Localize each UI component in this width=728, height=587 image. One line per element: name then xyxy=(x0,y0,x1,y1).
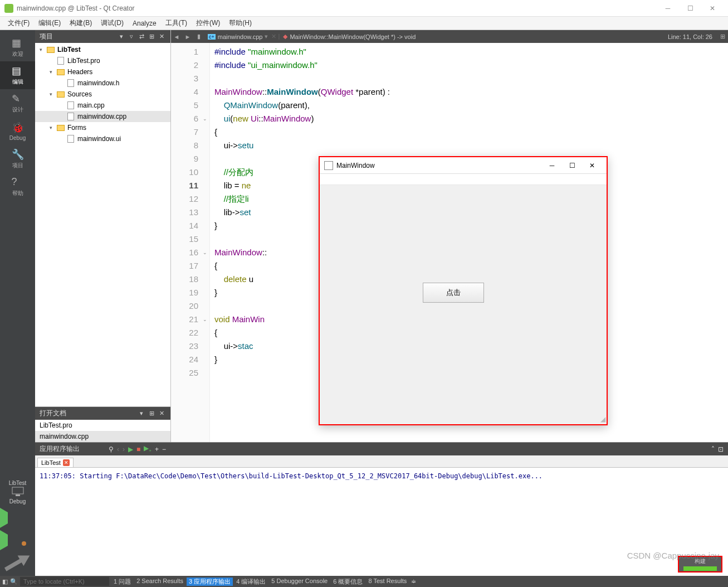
panes-dropdown-icon[interactable]: ≑ xyxy=(411,578,416,585)
tree-node[interactable]: mainwindow.ui xyxy=(35,133,170,144)
status-pane[interactable]: 1 问题 xyxy=(111,578,133,586)
mode-帮助[interactable]: ?帮助 xyxy=(0,173,35,201)
status-pane[interactable]: 6 概要信息 xyxy=(331,578,365,586)
opendoc-item[interactable]: LibTest.pro xyxy=(35,420,170,431)
menu-analyze[interactable]: Analyze xyxy=(128,20,161,27)
file-icon xyxy=(67,79,74,87)
minimize-button[interactable]: ─ xyxy=(657,0,679,17)
split-editor-icon[interactable]: ⊞ xyxy=(717,31,728,42)
tree-node[interactable]: LibTest.pro xyxy=(35,55,170,66)
menu-构建[interactable]: 构建(B) xyxy=(65,18,96,28)
file-icon xyxy=(67,101,74,109)
prev-icon[interactable]: ‹ xyxy=(117,445,119,453)
app-icon xyxy=(324,161,333,170)
maximize-button[interactable]: ☐ xyxy=(679,0,701,17)
link-icon[interactable]: ⇄ xyxy=(137,32,146,41)
twisty-icon[interactable]: ▾ xyxy=(50,69,56,75)
run-button[interactable] xyxy=(0,508,35,528)
output-text[interactable]: 11:37:05: Starting F:\DataRec\Code\Demo\… xyxy=(35,468,728,576)
cpp-icon: c+ xyxy=(208,34,216,40)
popup-close-button[interactable]: ✕ xyxy=(582,158,602,173)
menu-工具[interactable]: 工具(T) xyxy=(161,18,192,28)
attach-icon[interactable]: ▶+ xyxy=(144,444,152,453)
output-tab-libtest[interactable]: LibTest ✕ xyxy=(37,458,74,467)
tree-node[interactable]: ▾Headers xyxy=(35,66,170,77)
tree-node[interactable]: main.cpp xyxy=(35,100,170,111)
remove-icon[interactable]: − xyxy=(162,445,166,453)
tree-node[interactable]: mainwindow.h xyxy=(35,77,170,89)
tree-node[interactable]: ▾LibTest xyxy=(35,44,170,55)
tree-node[interactable]: mainwindow.cpp xyxy=(35,111,170,122)
tree-label: Forms xyxy=(67,124,86,132)
kit-selector[interactable]: LibTest Debug xyxy=(9,477,27,508)
opendocs-list[interactable]: LibTest.promainwindow.cpp xyxy=(35,420,170,442)
dropdown-icon[interactable]: ▾ xyxy=(137,409,146,418)
build-progress-bar xyxy=(683,566,717,571)
close-pane-icon[interactable]: ✕ xyxy=(157,409,166,418)
opendocs-header: 打开文档 ▾ ⊞ ✕ xyxy=(35,407,170,420)
menu-编辑[interactable]: 编辑(E) xyxy=(34,18,65,28)
svg-rect-1 xyxy=(16,494,20,496)
output-pane: 应用程序输出 ⚲ ‹ › ▶ ■ ▶+ + − ˄ ⊡ LibTest ✕ xyxy=(35,442,728,576)
dropdown-icon[interactable]: ▾ xyxy=(117,32,126,41)
mode-编辑[interactable]: ▤编辑 xyxy=(0,61,35,89)
status-pane[interactable]: 4 编译输出 xyxy=(234,578,268,586)
debug-run-button[interactable] xyxy=(0,530,35,550)
project-tree[interactable]: ▾LibTestLibTest.pro▾Headersmainwindow.h▾… xyxy=(35,43,170,406)
project-pane-title: 项目 xyxy=(40,32,53,41)
status-pane[interactable]: 8 Test Results xyxy=(366,578,409,586)
popup-minimize-button[interactable]: ─ xyxy=(542,158,562,173)
symbol-crumb[interactable]: ◆ MainWindow::MainWindow(QWidget *) -> v… xyxy=(280,33,419,40)
run-icon[interactable]: ▶ xyxy=(128,445,133,453)
status-pane[interactable]: 3 应用程序输出 xyxy=(187,578,233,586)
file-icon xyxy=(67,113,74,120)
close-button[interactable]: ✕ xyxy=(701,0,724,17)
menu-文件[interactable]: 文件(F) xyxy=(3,18,34,28)
menu-控件[interactable]: 控件(W) xyxy=(192,18,224,28)
stop-icon[interactable]: ■ xyxy=(136,445,140,453)
maximize-icon[interactable]: ⊡ xyxy=(718,445,724,453)
close-tab-icon[interactable]: ✕ xyxy=(63,459,70,466)
file-crumb[interactable]: c+ mainwindow.cpp ▾ xyxy=(204,33,271,40)
qt-logo-icon xyxy=(4,4,13,13)
popup-menubar xyxy=(320,174,607,185)
twisty-icon[interactable]: ▾ xyxy=(50,125,56,130)
filter-icon[interactable]: ⚲ xyxy=(109,445,114,453)
twisty-icon[interactable]: ▾ xyxy=(40,47,46,52)
popup-maximize-button[interactable]: ☐ xyxy=(562,158,582,173)
output-tabs: LibTest ✕ xyxy=(35,455,728,468)
svg-point-2 xyxy=(22,541,26,546)
build-button[interactable] xyxy=(0,552,35,573)
menu-调试[interactable]: 调试(D) xyxy=(96,18,128,28)
tree-node[interactable]: ▾Sources xyxy=(35,89,170,100)
twisty-icon[interactable]: ▾ xyxy=(50,91,56,97)
filter-icon[interactable]: ▿ xyxy=(127,32,136,41)
click-button[interactable]: 点击 xyxy=(423,283,484,303)
mode-Debug[interactable]: 🐞Debug xyxy=(0,117,35,145)
resize-grip-icon[interactable]: ◢ xyxy=(600,415,605,423)
tree-label: LibTest xyxy=(57,46,81,54)
opendoc-item[interactable]: mainwindow.cpp xyxy=(35,431,170,442)
menu-帮助[interactable]: 帮助(H) xyxy=(224,18,256,28)
nav-back-button[interactable]: ◄ xyxy=(171,31,182,42)
mode-项目[interactable]: 🔧项目 xyxy=(0,145,35,173)
status-pane[interactable]: 5 Debugger Console xyxy=(269,578,330,586)
sidebar-toggle-icon[interactable]: ◧ xyxy=(2,578,8,585)
next-icon[interactable]: › xyxy=(123,445,125,453)
bookmark-icon[interactable]: ▮ xyxy=(193,31,204,42)
split-icon[interactable]: ⊞ xyxy=(147,32,156,41)
add-icon[interactable]: + xyxy=(155,445,159,453)
kit-name: LibTest xyxy=(9,480,27,486)
collapse-icon[interactable]: ˄ xyxy=(711,445,715,453)
mode-设计[interactable]: ✎设计 xyxy=(0,89,35,117)
tree-node[interactable]: ▾Forms xyxy=(35,122,170,133)
status-pane[interactable]: 2 Search Results xyxy=(134,578,185,586)
popup-titlebar[interactable]: MainWindow ─ ☐ ✕ xyxy=(320,157,607,174)
split-icon[interactable]: ⊞ xyxy=(147,409,156,418)
nav-fwd-button[interactable]: ► xyxy=(182,31,193,42)
close-pane-icon[interactable]: ✕ xyxy=(157,32,166,41)
popup-window[interactable]: MainWindow ─ ☐ ✕ 点击 ◢ xyxy=(319,156,608,425)
mode-欢迎[interactable]: ▦欢迎 xyxy=(0,33,35,61)
locator-input[interactable] xyxy=(20,577,109,586)
popup-title: MainWindow xyxy=(336,162,375,169)
